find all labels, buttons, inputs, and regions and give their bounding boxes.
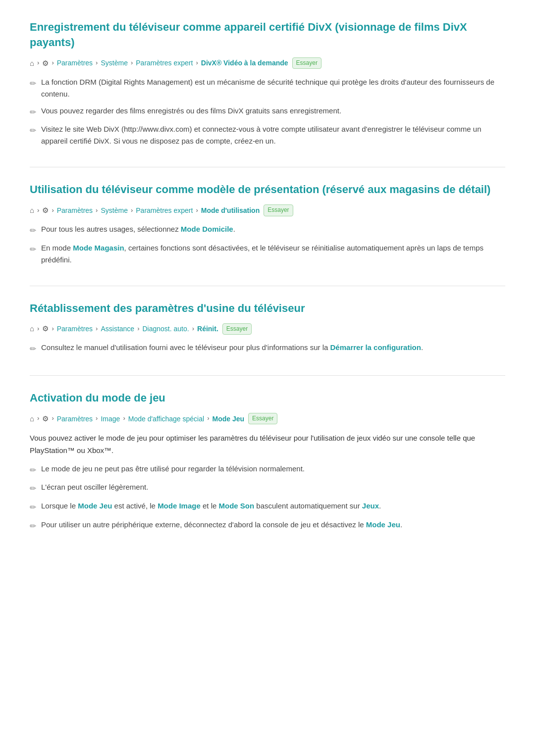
arrow-sep-3: › <box>131 58 133 68</box>
section-reinit: Rétablissement des paramètres d'usine du… <box>30 301 505 355</box>
bullet-text-jeu-3: Pour utiliser un autre périphérique exte… <box>41 519 402 531</box>
home-icon-3: ⌂ <box>30 323 34 335</box>
highlight-mode-jeu-1: Mode Jeu <box>78 502 112 510</box>
home-icon-2: ⌂ <box>30 204 34 216</box>
section-title-divx: Enregistrement du téléviseur comme appar… <box>30 20 505 50</box>
section-title-jeu: Activation du mode de jeu <box>30 391 505 406</box>
section-divx: Enregistrement du téléviseur comme appar… <box>30 20 505 147</box>
bullet-text-jeu-2: Lorsque le Mode Jeu est activé, le Mode … <box>41 500 381 512</box>
section-title-reinit: Rétablissement des paramètres d'usine du… <box>30 301 505 316</box>
bullet-text-divx-0: La fonction DRM (Digital Rights Manageme… <box>41 76 505 100</box>
breadcrumb-divx: ⌂ › ⚙ › Paramètres › Système › Paramètre… <box>30 57 505 69</box>
bullet-list-reinit: ✏ Consultez le manuel d'utilisation four… <box>30 342 505 355</box>
bullet-text-mag-1: En mode Mode Magasin, certaines fonction… <box>41 242 505 266</box>
breadcrumb-jeu-mode[interactable]: Mode Jeu <box>212 413 244 424</box>
highlight-mode-domicile: Mode Domicile <box>181 225 233 233</box>
bullet-text-jeu-1: L'écran peut osciller légèrement. <box>41 481 148 493</box>
breadcrumb-magasin: ⌂ › ⚙ › Paramètres › Système › Paramètre… <box>30 204 505 216</box>
highlight-mode-image: Mode Image <box>158 502 201 510</box>
breadcrumb-mag-parametres[interactable]: Paramètres <box>57 205 93 216</box>
bullet-icon-0: ✏ <box>30 77 36 90</box>
bullet-icon-mag-0: ✏ <box>30 224 36 237</box>
highlight-mode-jeu-2: Mode Jeu <box>366 520 400 529</box>
gear-icon: ⚙ <box>42 57 49 69</box>
bullet-list-jeu: ✏ Le mode de jeu ne peut pas être utilis… <box>30 463 505 532</box>
bullet-item-reinit-0: ✏ Consultez le manuel d'utilisation four… <box>30 342 505 355</box>
breadcrumb-jeu-affichage[interactable]: Mode d'affichage spécial <box>128 413 204 424</box>
breadcrumb-reinit-reinit[interactable]: Réinit. <box>197 323 218 334</box>
bullet-item-jeu-3: ✏ Pour utiliser un autre périphérique ex… <box>30 519 505 533</box>
breadcrumb-parametres[interactable]: Paramètres <box>57 57 93 68</box>
bullet-item-mag-0: ✏ Pour tous les autres usages, sélection… <box>30 223 505 237</box>
breadcrumb-reinit-diagnost[interactable]: Diagnost. auto. <box>143 323 189 334</box>
bullet-list-magasin: ✏ Pour tous les autres usages, sélection… <box>30 223 505 266</box>
breadcrumb-divx-vod[interactable]: DivX® Vidéo à la demande <box>201 57 288 68</box>
highlight-mode-son: Mode Son <box>219 502 255 510</box>
highlight-demarrer-config: Démarrer la configuration <box>330 343 421 352</box>
bullet-item-jeu-1: ✏ L'écran peut osciller légèrement. <box>30 481 505 495</box>
badge-essayer-divx[interactable]: Essayer <box>292 57 321 69</box>
badge-essayer-jeu[interactable]: Essayer <box>248 413 277 424</box>
arrow-sep-0: › <box>37 58 39 68</box>
badge-essayer-magasin[interactable]: Essayer <box>264 204 293 216</box>
breadcrumb-jeu-parametres[interactable]: Paramètres <box>57 413 93 424</box>
bullet-icon-mag-1: ✏ <box>30 243 36 256</box>
arrow-sep-1: › <box>52 58 54 68</box>
gear-icon-4: ⚙ <box>42 413 49 425</box>
highlight-mode-magasin: Mode Magasin <box>73 244 124 252</box>
breadcrumb-mag-expert[interactable]: Paramètres expert <box>136 205 193 216</box>
arrow-sep-4: › <box>196 58 198 68</box>
breadcrumb-jeu-image[interactable]: Image <box>101 413 120 424</box>
home-icon: ⌂ <box>30 57 34 69</box>
bullet-icon-jeu-0: ✏ <box>30 464 36 477</box>
bullet-text-divx-1: Vous pouvez regarder des films enregistr… <box>41 105 341 117</box>
jeu-intro: Vous pouvez activer le mode de jeu pour … <box>30 432 505 457</box>
bullet-item-jeu-0: ✏ Le mode de jeu ne peut pas être utilis… <box>30 463 505 477</box>
breadcrumb-mag-mode[interactable]: Mode d'utilisation <box>201 205 260 216</box>
bullet-icon-reinit-0: ✏ <box>30 343 36 355</box>
bullet-item-divx-1: ✏ Vous pouvez regarder des films enregis… <box>30 105 505 119</box>
bullet-text-reinit-0: Consultez le manuel d'utilisation fourni… <box>41 342 423 353</box>
bullet-item-mag-1: ✏ En mode Mode Magasin, certaines foncti… <box>30 242 505 266</box>
bullet-icon-2: ✏ <box>30 124 36 137</box>
bullet-icon-1: ✏ <box>30 106 36 119</box>
bullet-item-divx-0: ✏ La fonction DRM (Digital Rights Manage… <box>30 76 505 100</box>
divider-3 <box>30 375 505 376</box>
section-title-magasin: Utilisation du téléviseur comme modèle d… <box>30 182 505 198</box>
breadcrumb-reinit: ⌂ › ⚙ › Paramètres › Assistance › Diagno… <box>30 323 505 335</box>
home-icon-4: ⌂ <box>30 413 34 425</box>
breadcrumb-jeu: ⌂ › ⚙ › Paramètres › Image › Mode d'affi… <box>30 413 505 425</box>
badge-essayer-reinit[interactable]: Essayer <box>222 323 252 335</box>
breadcrumb-systeme[interactable]: Système <box>101 57 127 68</box>
breadcrumb-expert[interactable]: Paramètres expert <box>136 57 193 68</box>
arrow-sep-2: › <box>96 58 98 68</box>
bullet-item-divx-2: ✏ Visitez le site Web DivX (http://www.d… <box>30 123 505 147</box>
bullet-text-mag-0: Pour tous les autres usages, sélectionne… <box>41 223 235 235</box>
divider-2 <box>30 286 505 286</box>
bullet-icon-jeu-3: ✏ <box>30 520 36 533</box>
bullet-text-jeu-0: Le mode de jeu ne peut pas être utilisé … <box>41 463 305 475</box>
breadcrumb-mag-systeme[interactable]: Système <box>101 205 127 216</box>
bullet-item-jeu-2: ✏ Lorsque le Mode Jeu est activé, le Mod… <box>30 500 505 514</box>
breadcrumb-reinit-parametres[interactable]: Paramètres <box>57 323 93 334</box>
section-magasin: Utilisation du téléviseur comme modèle d… <box>30 182 505 265</box>
highlight-jeux: Jeux <box>362 502 379 510</box>
gear-icon-2: ⚙ <box>42 204 49 216</box>
section-jeu: Activation du mode de jeu ⌂ › ⚙ › Paramè… <box>30 391 505 532</box>
bullet-icon-jeu-2: ✏ <box>30 501 36 514</box>
bullet-icon-jeu-1: ✏ <box>30 482 36 495</box>
bullet-list-divx: ✏ La fonction DRM (Digital Rights Manage… <box>30 76 505 148</box>
breadcrumb-reinit-assistance[interactable]: Assistance <box>101 323 134 334</box>
gear-icon-3: ⚙ <box>42 323 49 335</box>
divider-1 <box>30 167 505 167</box>
bullet-text-divx-2: Visitez le site Web DivX (http://www.div… <box>41 123 505 147</box>
